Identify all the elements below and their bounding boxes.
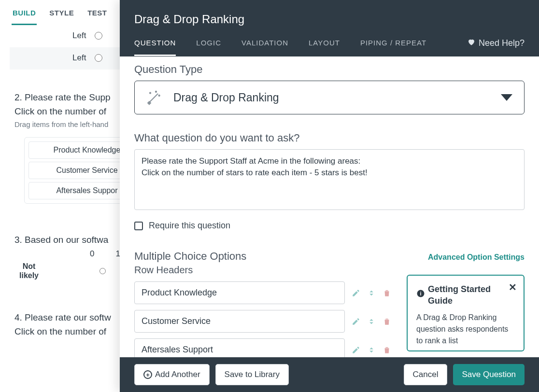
sort-icon[interactable] xyxy=(367,289,376,297)
scale-col-0: 0 xyxy=(90,249,94,259)
cancel-button[interactable]: Cancel xyxy=(404,364,448,385)
sort-icon[interactable] xyxy=(367,346,376,354)
heart-icon xyxy=(467,38,476,49)
guide-body-text: A Drag & Drop Ranking question asks resp… xyxy=(416,312,515,346)
plus-icon: + xyxy=(143,370,152,379)
modal-tabs: QUESTION LOGIC VALIDATION LAYOUT PIPING … xyxy=(134,39,426,56)
svg-text:i: i xyxy=(420,291,422,296)
modal-tab-question[interactable]: QUESTION xyxy=(134,39,176,56)
question-editor-modal: Drag & Drop Ranking QUESTION LOGIC VALID… xyxy=(120,0,539,392)
edit-icon[interactable] xyxy=(352,289,360,297)
modal-tab-validation[interactable]: VALIDATION xyxy=(241,39,288,56)
matrix-row-label: Left xyxy=(72,31,86,41)
row-headers-label: Row Headers xyxy=(134,265,525,276)
require-checkbox[interactable] xyxy=(134,222,143,230)
question-text-input[interactable] xyxy=(134,149,525,210)
add-another-button[interactable]: + Add Another xyxy=(134,364,210,385)
require-question-row: Require this question xyxy=(134,221,525,231)
guide-title-text: Getting Started Guide xyxy=(428,283,505,307)
close-icon[interactable]: ✕ xyxy=(509,281,517,293)
question-prompt-label: What question do you want to ask? xyxy=(134,132,525,144)
matrix-radio[interactable] xyxy=(95,32,102,40)
matrix-radio[interactable] xyxy=(95,54,102,62)
option-input[interactable] xyxy=(134,310,345,333)
q2-title-l1: 2. Please rate the Supp xyxy=(14,92,111,102)
edit-icon[interactable] xyxy=(352,346,360,354)
matrix-row-label: Left xyxy=(72,53,86,63)
svg-point-2 xyxy=(159,95,160,96)
need-help-link[interactable]: Need Help? xyxy=(467,38,525,56)
sort-icon[interactable] xyxy=(367,317,376,326)
question-type-label: Question Type xyxy=(134,63,525,76)
modal-title: Drag & Drop Ranking xyxy=(134,13,525,26)
option-input[interactable] xyxy=(134,338,345,357)
modal-tab-piping[interactable]: PIPING / REPEAT xyxy=(360,39,426,56)
tab-build[interactable]: BUILD xyxy=(12,4,37,25)
svg-point-1 xyxy=(150,93,151,94)
modal-tab-layout[interactable]: LAYOUT xyxy=(309,39,340,56)
question-type-value: Drag & Drop Ranking xyxy=(173,91,279,104)
tab-style[interactable]: STYLE xyxy=(48,4,75,25)
q4-l2: Click on the number of xyxy=(14,326,106,336)
advanced-option-settings-link[interactable]: Advanced Option Settings xyxy=(428,253,525,262)
trash-icon[interactable] xyxy=(383,317,391,326)
require-label: Require this question xyxy=(149,221,230,231)
chevron-down-icon xyxy=(501,94,512,101)
scale-row-label: Not likely xyxy=(14,262,43,280)
edit-icon[interactable] xyxy=(352,317,360,326)
save-to-library-button[interactable]: Save to Library xyxy=(215,364,289,385)
modal-body: Question Type Drag & Drop Ranking What q… xyxy=(120,56,539,357)
modal-header: Drag & Drop Ranking QUESTION LOGIC VALID… xyxy=(120,0,539,56)
scale-radio[interactable] xyxy=(99,268,106,274)
trash-icon[interactable] xyxy=(383,346,391,354)
svg-rect-0 xyxy=(148,102,151,105)
q2-title-l2: Click on the number of xyxy=(14,106,106,116)
info-icon: i xyxy=(416,289,425,301)
trash-icon[interactable] xyxy=(383,289,391,297)
question-type-dropdown[interactable]: Drag & Drop Ranking xyxy=(134,81,525,114)
wand-icon xyxy=(146,90,162,105)
modal-tab-logic[interactable]: LOGIC xyxy=(196,39,221,56)
save-question-button[interactable]: Save Question xyxy=(453,364,525,385)
getting-started-guide: ✕ i Getting Started Guide A Drag & Drop … xyxy=(407,275,525,351)
svg-point-3 xyxy=(156,91,156,92)
modal-footer: + Add Another Save to Library Cancel Sav… xyxy=(120,357,539,392)
tab-test[interactable]: TEST xyxy=(86,4,108,25)
q4-l1: 4. Please rate our softw xyxy=(14,312,111,322)
multiple-choice-label: Multiple Choice Options xyxy=(134,250,246,263)
option-input[interactable] xyxy=(134,281,345,304)
